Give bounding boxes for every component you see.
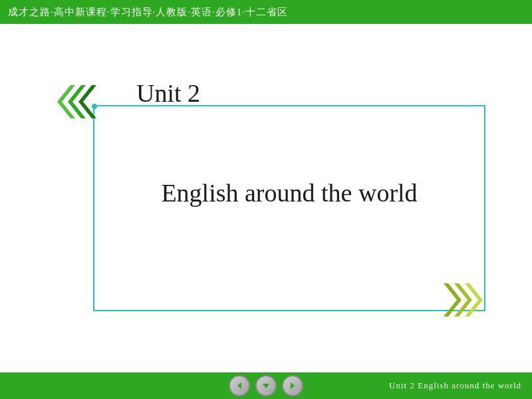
bottom-bar: Unit 2 English around the world bbox=[0, 372, 532, 399]
nav-prev-button[interactable] bbox=[229, 375, 250, 396]
top-bar: 成才之路·高中新课程·学习指导·人教版·英语·必修1·十二省区 bbox=[0, 0, 532, 24]
bottom-right-text: Unit 2 English around the world bbox=[389, 380, 521, 391]
top-bar-title: 成才之路·高中新课程·学习指导·人教版·英语·必修1·十二省区 bbox=[8, 6, 288, 19]
svg-marker-8 bbox=[291, 382, 295, 389]
nav-buttons bbox=[229, 375, 303, 396]
slide-container: Unit 2 English around the world bbox=[33, 59, 499, 338]
nav-down-button[interactable] bbox=[255, 375, 277, 396]
chevrons-left-icon bbox=[53, 78, 113, 128]
svg-marker-7 bbox=[263, 384, 269, 388]
svg-marker-6 bbox=[237, 382, 241, 389]
unit-title: Unit 2 bbox=[136, 78, 200, 108]
slide-main-text: English around the world bbox=[93, 178, 485, 207]
nav-next-button[interactable] bbox=[282, 375, 303, 396]
main-content: Unit 2 English around the world bbox=[0, 24, 532, 372]
chevrons-right-icon bbox=[427, 277, 487, 326]
